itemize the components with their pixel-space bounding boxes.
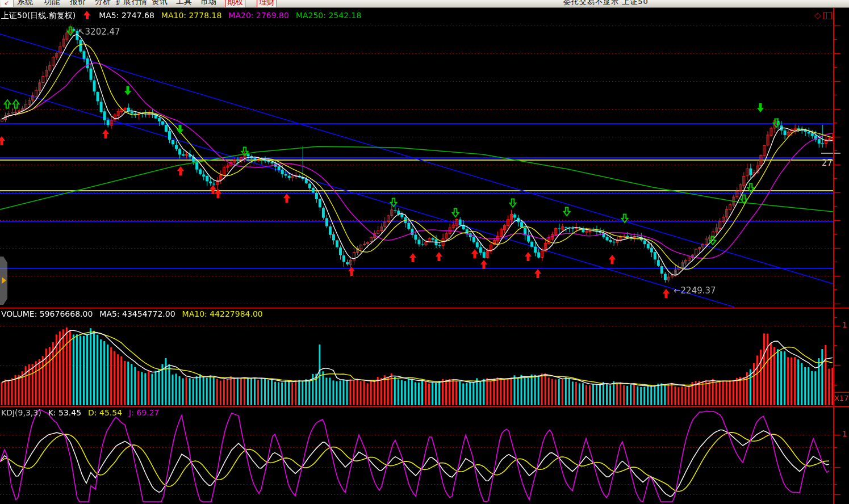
stock-chart-canvas[interactable] (0, 0, 849, 504)
menu-item-function[interactable]: 功能 (44, 0, 60, 7)
peak-price-annotation: ↖3202.47 (78, 27, 120, 37)
sidebar-flyout-handle[interactable] (0, 257, 7, 305)
volume-ma10-value: MA10: 44227984.00 (182, 309, 263, 318)
main-pane-header: 上证50(日线.前复权) MA5: 2747.68 MA10: 2778.18 … (1, 11, 361, 21)
trading-terminal-window: ↙ 系统 功能 报价 分析 扩展行情 资讯 工具 市场 期权 理财 委托交易不显… (0, 0, 849, 504)
menu-item-options-highlighted[interactable]: 期权 (225, 0, 245, 8)
volume-pane-header: VOLUME: 59676668.00 MA5: 43454772.00 MA1… (1, 309, 263, 318)
kdj-pane-header: KDJ(9,3,3) K: 53.45 D: 45.54 J: 69.27 (1, 408, 159, 417)
menu-item-tools[interactable]: 工具 (176, 0, 192, 7)
volume-value: VOLUME: 59676668.00 (1, 309, 93, 318)
kdj-d-value: D: 45.54 (88, 408, 122, 417)
volume-scale-label: X17 (834, 394, 848, 402)
volume-ma5-value: MA5: 43454772.00 (99, 309, 175, 318)
diamond-icon[interactable]: ◇ (814, 11, 821, 20)
menu-item-extended-quotes[interactable]: 扩展行情 (115, 0, 147, 7)
menu-item-wealth-highlighted[interactable]: 理财 (257, 0, 277, 8)
trough-price-annotation: ←2249.37 (674, 285, 716, 296)
expand-right-icon (2, 277, 6, 284)
menu-status-text: 委托交易不显示 上证50 (563, 0, 649, 7)
app-logo-icon[interactable]: ↙ (1, 0, 14, 7)
menu-item-news[interactable]: 资讯 (152, 0, 168, 7)
menu-bar: ↙ 系统 功能 报价 分析 扩展行情 资讯 工具 市场 期权 理财 委托交易不显… (0, 0, 849, 8)
pane-corner-icons: ◇ (814, 11, 832, 20)
kdj-params: KDJ(9,3,3) (1, 408, 41, 417)
menu-item-analysis[interactable]: 分析 (95, 0, 111, 7)
ma5-value: MA5: 2747.68 (99, 11, 154, 21)
kdj-axis-top-label: 1 (842, 429, 847, 438)
up-arrow-icon (83, 11, 91, 19)
kdj-j-value: J: 69.27 (129, 408, 159, 417)
menu-item-market[interactable]: 市场 (200, 0, 216, 7)
split-window-icon[interactable] (823, 12, 832, 19)
ma20-value: MA20: 2769.80 (228, 11, 289, 21)
menu-item-system[interactable]: 系统 (17, 0, 33, 7)
ma10-value: MA10: 2778.18 (161, 11, 222, 21)
menu-item-quotes[interactable]: 报价 (70, 0, 86, 7)
last-price-tag: 27 (822, 158, 833, 168)
chart-title: 上证50(日线.前复权) (1, 11, 76, 21)
volume-axis-top-label: 1 (842, 320, 847, 329)
ma250-value: MA250: 2542.18 (296, 11, 361, 21)
kdj-k-value: K: 53.45 (48, 408, 81, 417)
